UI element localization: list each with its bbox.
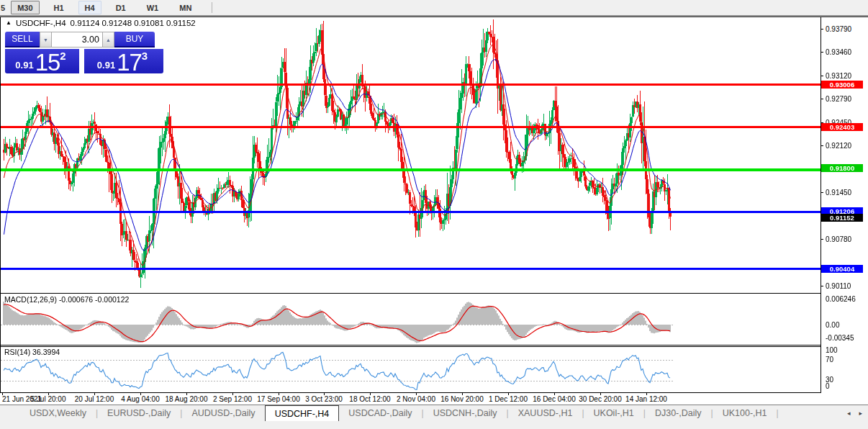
chart-tab-uk100h1[interactable]: UK100-,H1 bbox=[713, 405, 777, 421]
chart-tab-dj30daily[interactable]: DJ30-,Daily bbox=[646, 405, 711, 421]
price-line-label: 0.93006 bbox=[821, 81, 863, 89]
buy-button[interactable]: BUY bbox=[114, 32, 155, 48]
macd-scale-label: 0.00 bbox=[826, 321, 839, 329]
price-tick: 0.92120 bbox=[820, 142, 851, 150]
one-click-trading-panel: SELL ▼ ▲ BUY 0.91 15 2 0.91 17 3 bbox=[5, 32, 163, 73]
macd-name: MACD(12,26,9) bbox=[4, 295, 57, 304]
sell-price-box[interactable]: 0.91 15 2 bbox=[5, 49, 79, 73]
rsi-label: RSI(14) 36.3994 bbox=[4, 348, 60, 356]
volume-input[interactable] bbox=[52, 32, 102, 48]
spin-up-icon: ▲ bbox=[106, 37, 111, 42]
tick-mark bbox=[820, 145, 823, 146]
price-tick: 0.90780 bbox=[820, 235, 851, 243]
price-tick-label: 0.91450 bbox=[826, 189, 851, 197]
macd-scale-label: -0.00345 bbox=[826, 334, 854, 342]
price-line-label: 0.92403 bbox=[821, 123, 863, 131]
timeframe-button-mn[interactable]: MN bbox=[173, 1, 198, 14]
timeframe-button-m30[interactable]: M30 bbox=[11, 1, 39, 14]
time-axis-label: 3 Oct 23:00 bbox=[305, 395, 343, 403]
tick-mark bbox=[820, 239, 823, 240]
chart-symbol-label: USDCHF-,H4 bbox=[16, 19, 66, 27]
chart-header: ▲ USDCHF-,H4 0.91124 0.91248 0.91081 0.9… bbox=[6, 19, 196, 27]
time-tick-mark bbox=[416, 393, 417, 395]
spin-down-icon: ▼ bbox=[43, 37, 48, 42]
chart-tab-usdcnhdaily[interactable]: USDCNH-,Daily bbox=[424, 405, 507, 421]
time-tick-mark bbox=[140, 393, 141, 395]
sell-price-prefix: 0.91 bbox=[15, 60, 33, 71]
time-axis-label: 18 Oct 12:00 bbox=[349, 395, 390, 403]
buy-price-pip: 3 bbox=[142, 50, 148, 62]
chart-tab-ukoilh1[interactable]: UKOil-,H1 bbox=[584, 405, 643, 421]
main-macd-splitter[interactable] bbox=[0, 293, 821, 294]
chart-tab-bar: USDX,Weekly|EURUSD-,Daily|AUDUSD-,DailyU… bbox=[0, 405, 868, 421]
tick-mark bbox=[820, 286, 823, 286]
price-tick-label: 0.90780 bbox=[826, 235, 851, 243]
mt4-terminal-window: 5M30H1H4D1W1MN ▲ USDCHF-,H4 0.91124 0.91… bbox=[0, 0, 868, 429]
rsi-name: RSI(14) bbox=[4, 348, 30, 356]
chart-tab-audusddaily[interactable]: AUDUSD-,Daily bbox=[182, 405, 264, 421]
time-axis-label: 2 Sep 12:00 bbox=[213, 395, 252, 403]
tab-scroll-left-icon[interactable]: ◂ bbox=[847, 410, 851, 417]
price-line-label: 0.91800 bbox=[821, 164, 863, 172]
tab-scroll-right-icon[interactable]: ▸ bbox=[859, 410, 862, 417]
time-axis-line[interactable] bbox=[0, 392, 821, 393]
chart-tab-xauusdh1[interactable]: XAUUSD-,H1 bbox=[509, 405, 582, 421]
timeframe-button-h1[interactable]: H1 bbox=[48, 1, 71, 14]
buy-price-box[interactable]: 0.91 17 3 bbox=[84, 49, 163, 73]
time-axis-label: 14 Jan 12:00 bbox=[625, 395, 667, 403]
time-tick-mark bbox=[600, 393, 601, 395]
time-tick-mark bbox=[279, 393, 279, 395]
price-tick: 0.93120 bbox=[820, 72, 851, 80]
price-tick: 0.92790 bbox=[820, 95, 851, 103]
green-price-line[interactable] bbox=[1, 168, 820, 171]
sell-button[interactable]: SELL bbox=[5, 32, 40, 48]
collapse-trade-panel-icon[interactable]: ▲ bbox=[6, 20, 12, 26]
timeframe-button-5[interactable]: 5 bbox=[0, 1, 7, 14]
time-tick-mark bbox=[186, 393, 187, 395]
time-tick-mark bbox=[324, 393, 325, 395]
timeframe-button-w1[interactable]: W1 bbox=[140, 1, 166, 14]
chart-tab-eurusddaily[interactable]: EURUSD-,Daily bbox=[98, 405, 180, 421]
chart-tab-usdcaddaily[interactable]: USDCAD-,Daily bbox=[339, 405, 421, 421]
red-price-line[interactable] bbox=[1, 126, 820, 128]
red-price-line[interactable] bbox=[1, 83, 820, 86]
price-tick-label: 0.92790 bbox=[826, 95, 851, 103]
price-tick: 0.90110 bbox=[820, 282, 851, 290]
toolbar-separator bbox=[212, 2, 212, 13]
chart-tab-usdchfh4[interactable]: USDCHF-,H4 bbox=[265, 405, 340, 421]
sell-price-pip: 2 bbox=[60, 50, 65, 62]
time-tick-mark bbox=[462, 393, 463, 395]
price-tick-label: 0.93460 bbox=[826, 48, 851, 56]
time-tick-mark bbox=[370, 393, 371, 395]
rsi-scale-label: 70 bbox=[826, 356, 833, 363]
timeframe-button-d1[interactable]: D1 bbox=[109, 1, 132, 14]
tick-mark bbox=[820, 99, 823, 99]
time-axis-label: 30 Dec 20:00 bbox=[579, 395, 622, 403]
time-tick-mark bbox=[554, 393, 555, 395]
buy-price-big: 17 bbox=[117, 52, 142, 73]
price-line-label: 0.90404 bbox=[821, 265, 863, 273]
status-strip bbox=[0, 421, 868, 429]
price-tick-label: 0.93790 bbox=[826, 25, 851, 33]
buy-price-prefix: 0.91 bbox=[97, 60, 115, 71]
chart-tab-usdxweekly[interactable]: USDX,Weekly bbox=[20, 405, 96, 421]
timeframe-toolbar: 5M30H1H4D1W1MN bbox=[0, 0, 868, 15]
tick-mark bbox=[820, 192, 823, 193]
price-line-label: 0.91152 bbox=[821, 214, 863, 222]
price-tick-label: 0.90110 bbox=[826, 282, 851, 290]
price-tick-label: 0.93120 bbox=[826, 72, 851, 80]
blue-price-line[interactable] bbox=[1, 268, 820, 270]
volume-increase-button[interactable]: ▲ bbox=[102, 32, 114, 48]
macd-scale-label: 0.006246 bbox=[826, 295, 856, 303]
time-tick-mark bbox=[646, 393, 647, 395]
volume-decrease-button[interactable]: ▼ bbox=[40, 32, 52, 48]
time-axis-label: 5 Jul 20:00 bbox=[31, 395, 66, 403]
timeframe-button-h4[interactable]: H4 bbox=[78, 1, 101, 14]
time-axis-label: 16 Dec 04:00 bbox=[533, 395, 576, 403]
time-axis-label: 17 Sep 04:00 bbox=[257, 395, 300, 403]
time-tick-mark bbox=[48, 393, 49, 395]
chart-ohlc-values: 0.91124 0.91248 0.91081 0.91152 bbox=[71, 19, 196, 27]
macd-rsi-splitter-a[interactable] bbox=[0, 345, 821, 346]
macd-label: MACD(12,26,9) -0.000676 -0.000122 bbox=[4, 295, 129, 304]
blue-price-line[interactable] bbox=[1, 211, 820, 213]
